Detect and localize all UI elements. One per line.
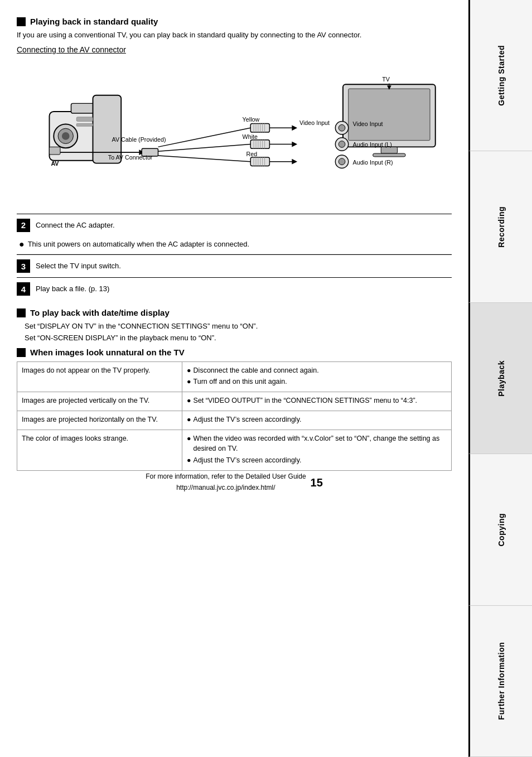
svg-point-49 <box>338 124 345 131</box>
audio-r-label: Audio Input (R) <box>353 158 393 165</box>
intro-text: If you are using a conventional TV, you … <box>17 30 452 41</box>
table-row-1: Images are projected vertically on the T… <box>17 392 452 411</box>
svg-marker-32 <box>292 141 297 147</box>
sidebar-tab-label-4: Further Information <box>497 642 506 720</box>
svg-line-14 <box>158 155 251 161</box>
bullet-symbol: ● <box>187 377 191 387</box>
yellow-connector: Yellow Video Input <box>243 115 330 132</box>
sidebar-tab-label-2: Playback <box>497 360 506 397</box>
sidebar-tab-0[interactable]: Getting Started <box>468 0 532 151</box>
display-notes: Set “DISPLAY ON TV” in the “CONNECTION S… <box>25 321 452 344</box>
solution-cell-1: ●Set “VIDEO OUTPUT” in the “CONNECTION S… <box>182 392 452 411</box>
sidebar-tab-label-1: Recording <box>497 206 506 248</box>
troubleshoot-table: Images do not appear on the TV properly.… <box>17 361 452 471</box>
bullet-symbol: ● <box>187 414 191 425</box>
solution-text: When the video was recorded with “x.v.Co… <box>194 433 447 455</box>
solution-text: Disconnect the cable and connect again. <box>194 365 319 376</box>
solution-bullet-0-1: ●Turn off and on this unit again. <box>187 377 447 387</box>
svg-point-53 <box>338 158 345 165</box>
sidebar-tab-3[interactable]: Copying <box>468 454 532 605</box>
solution-text: Adjust the TV’s screen accordingly. <box>194 414 302 425</box>
heading-text-2: To play back with date/time display <box>30 308 170 317</box>
camcorder <box>50 95 122 163</box>
step-number-2: 2 <box>17 219 30 232</box>
diagram-svg: AV AV Cable (Provided) To AV Connector <box>17 61 452 206</box>
step-text-4: Play back a file. (p. 13) <box>36 282 109 295</box>
problem-cell-1: Images are projected vertically on the T… <box>17 392 182 411</box>
yellow-label: Yellow <box>243 115 260 122</box>
bullet-symbol: ● <box>187 365 191 376</box>
step-number-3: 3 <box>17 259 30 273</box>
heading-text-1: Playing back in standard quality <box>30 17 158 26</box>
svg-point-3 <box>62 132 70 140</box>
bullet-ac-note: ● This unit powers on automatically when… <box>17 237 452 255</box>
bullet-symbol: ● <box>187 433 191 444</box>
svg-line-12 <box>158 128 251 147</box>
bullet-text-1: This unit powers on automatically when t… <box>28 239 249 250</box>
solution-text: Turn off and on this unit again. <box>194 377 287 387</box>
svg-rect-43 <box>349 89 430 141</box>
section-heading-2: To play back with date/time display <box>17 308 452 317</box>
tv-label: TV <box>382 76 390 83</box>
svg-marker-41 <box>292 158 297 164</box>
svg-rect-7 <box>76 117 93 121</box>
bullet-dot-1: ● <box>19 239 25 249</box>
svg-marker-23 <box>292 125 297 131</box>
problem-cell-2: Images are projected horizontally on the… <box>17 411 182 430</box>
to-av-connector-label: To AV Connector <box>108 153 153 160</box>
svg-point-51 <box>338 141 345 147</box>
footer-line-2: http://manual.jvc.co.jp/index.html/ <box>146 483 306 493</box>
solution-bullet-2-0: ●Adjust the TV’s screen accordingly. <box>187 414 447 425</box>
svg-rect-45 <box>373 153 406 157</box>
bullet-symbol: ● <box>187 455 191 466</box>
display-note-1: Set “DISPLAY ON TV” in the “CONNECTION S… <box>25 321 452 332</box>
red-label: Red <box>246 150 257 157</box>
sidebar-tab-2[interactable]: Playback <box>468 303 532 454</box>
svg-rect-8 <box>76 123 93 126</box>
heading-icon-3 <box>17 348 26 357</box>
footer-lines: For more information, refer to the Detai… <box>146 471 306 493</box>
solution-bullet-1-0: ●Set “VIDEO OUTPUT” in the “CONNECTION S… <box>187 396 447 406</box>
section-heading-1: Playing back in standard quality <box>17 17 452 26</box>
problem-cell-0: Images do not appear on the TV properly. <box>17 361 182 392</box>
av-connector-link[interactable]: Connecting to the AV connector <box>17 45 126 54</box>
solution-bullet-3-1: ●Adjust the TV’s screen accordingly. <box>187 455 447 466</box>
display-note-2: Set “ON-SCREEN DISPLAY” in the playback … <box>25 332 452 344</box>
step-3: 3 Select the TV input switch. <box>17 254 452 277</box>
table-row-0: Images do not appear on the TV properly.… <box>17 361 452 392</box>
footer-line-1: For more information, refer to the Detai… <box>146 471 306 482</box>
heading-icon-2 <box>17 308 26 317</box>
step-2: 2 Connect the AC adapter. <box>17 214 452 237</box>
sidebar-tab-4[interactable]: Further Information <box>468 606 532 757</box>
solution-cell-2: ●Adjust the TV’s screen accordingly. <box>182 411 452 430</box>
svg-line-13 <box>158 144 251 151</box>
sidebar-tab-1[interactable]: Recording <box>468 151 532 302</box>
main-content: Playing back in standard quality If you … <box>0 0 468 504</box>
solution-cell-0: ●Disconnect the cable and connect again.… <box>182 361 452 392</box>
white-label: White <box>243 133 258 139</box>
solution-text: Adjust the TV’s screen accordingly. <box>194 455 302 466</box>
solution-text: Set “VIDEO OUTPUT” in the “CONNECTION SE… <box>194 396 417 406</box>
svg-rect-5 <box>93 95 122 163</box>
video-input-label: Video Input <box>299 119 330 126</box>
svg-rect-6 <box>50 147 61 155</box>
step-text-3: Select the TV input switch. <box>36 259 121 272</box>
av-cable-label: AV Cable (Provided) <box>112 136 166 142</box>
step-4: 4 Play back a file. (p. 13) <box>17 277 452 300</box>
white-connector: White <box>243 133 297 148</box>
audio-l-label: Audio Input (L) <box>353 141 392 148</box>
footer: For more information, refer to the Detai… <box>0 471 468 493</box>
av-label: AV <box>51 160 59 167</box>
heading-icon-1 <box>17 17 26 26</box>
section-heading-3: When images look unnatural on the TV <box>17 348 452 357</box>
step-text-2: Connect the AC adapter. <box>36 219 115 231</box>
heading-text-3: When images look unnatural on the TV <box>30 348 185 357</box>
table-row-3: The color of images looks strange.●When … <box>17 430 452 470</box>
video-input-connector-label: Video Input <box>353 120 383 127</box>
step-number-4: 4 <box>17 282 30 296</box>
solution-cell-3: ●When the video was recorded with “x.v.C… <box>182 430 452 470</box>
footer-page: 15 <box>311 474 323 491</box>
red-connector: Red <box>246 150 297 166</box>
table: Images do not appear on the TV properly.… <box>17 361 452 471</box>
solution-bullet-3-0: ●When the video was recorded with “x.v.C… <box>187 433 447 455</box>
